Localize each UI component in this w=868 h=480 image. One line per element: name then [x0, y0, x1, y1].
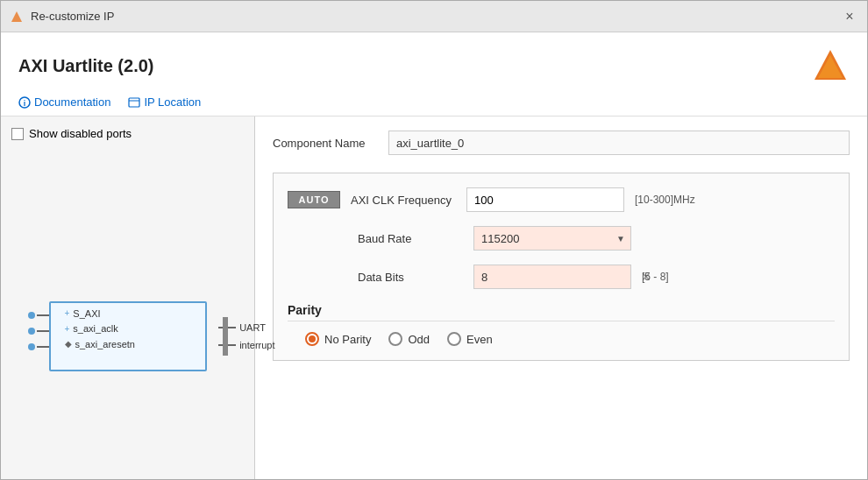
- show-ports-row: Show disabled ports: [11, 127, 244, 140]
- parity-radio-group: No Parity Odd Even: [288, 332, 835, 346]
- nav-links: i Documentation IP Location: [18, 95, 850, 109]
- uart-label: UART: [239, 322, 266, 333]
- port-aclk: + s_axi_aclk: [65, 321, 198, 337]
- odd-radio-outer[interactable]: [388, 332, 402, 346]
- parity-title: Parity: [288, 303, 835, 321]
- title-icon: [10, 10, 24, 24]
- no-parity-radio-outer[interactable]: [305, 332, 319, 346]
- baud-dropdown-arrow-icon: ▼: [611, 234, 630, 244]
- main-content: Show disabled ports: [1, 116, 867, 479]
- odd-label: Odd: [408, 333, 430, 346]
- clk-freq-input[interactable]: [466, 187, 624, 212]
- interrupt-label: interrupt: [239, 340, 274, 350]
- main-window: Re-customize IP × AXI Uartlite (2.0) i D…: [0, 0, 868, 480]
- location-icon: [128, 96, 140, 109]
- baud-rate-select-wrapper[interactable]: 115200 9600 19200 38400 57600 230400 ▼: [473, 226, 631, 251]
- baud-rate-label: Baud Rate: [358, 232, 463, 245]
- clk-freq-row: AUTO AXI CLK Frequency [10-300]MHz: [288, 187, 835, 212]
- documentation-link[interactable]: i Documentation: [18, 95, 110, 109]
- data-bits-row: Data Bits ✕ [5 - 8]: [288, 265, 835, 289]
- clk-freq-label: AXI CLK Frequency: [351, 194, 456, 207]
- show-ports-label: Show disabled ports: [29, 127, 132, 140]
- title-text: Re-customize IP: [31, 10, 114, 23]
- no-parity-radio-inner: [309, 335, 316, 342]
- component-name-label: Component Name: [273, 137, 378, 150]
- parity-section: Parity No Parity: [288, 303, 835, 346]
- ip-block: + S_AXI + s_axi_aclk ◆ s_axi_aresetn: [49, 301, 207, 371]
- data-bits-input[interactable]: [474, 265, 636, 288]
- app-header: AXI Uartlite (2.0): [18, 46, 850, 85]
- parity-no-parity[interactable]: No Parity: [305, 332, 371, 346]
- header-section: AXI Uartlite (2.0) i Documentation: [1, 32, 867, 116]
- baud-rate-row: Baud Rate 115200 9600 19200 38400 57600 …: [288, 226, 835, 251]
- left-panel: Show disabled ports: [1, 116, 255, 479]
- parity-even[interactable]: Even: [447, 332, 493, 346]
- svg-text:i: i: [24, 99, 26, 108]
- no-parity-label: No Parity: [324, 333, 371, 346]
- app-title: AXI Uartlite (2.0): [18, 56, 153, 76]
- auto-badge: AUTO: [288, 191, 340, 208]
- close-button[interactable]: ×: [841, 8, 858, 25]
- baud-rate-select[interactable]: 115200 9600 19200 38400 57600 230400: [474, 227, 611, 250]
- port-aresetn: ◆ s_axi_aresetn: [65, 337, 198, 353]
- show-ports-checkbox[interactable]: [11, 128, 24, 140]
- component-name-input[interactable]: [388, 131, 850, 155]
- form-section: Component Name AUTO AXI CLK Frequency [1…: [273, 131, 850, 361]
- clk-freq-hint: [10-300]MHz: [635, 194, 695, 206]
- even-label: Even: [466, 333, 493, 346]
- data-bits-label: Data Bits: [358, 271, 463, 284]
- component-name-row: Component Name: [273, 131, 850, 155]
- data-bits-hint: [5 - 8]: [642, 271, 669, 283]
- config-box: AUTO AXI CLK Frequency [10-300]MHz Baud …: [273, 173, 850, 361]
- right-panel: Component Name AUTO AXI CLK Frequency [1…: [255, 116, 867, 479]
- ip-location-link[interactable]: IP Location: [128, 95, 201, 109]
- right-connector-bar: [223, 317, 228, 356]
- title-bar-left: Re-customize IP: [10, 10, 114, 24]
- vivado-logo: [811, 46, 850, 85]
- title-bar: Re-customize IP ×: [1, 1, 867, 32]
- port-s-axi: + S_AXI: [65, 307, 198, 322]
- svg-marker-0: [11, 11, 22, 22]
- svg-rect-5: [129, 98, 139, 107]
- info-icon: i: [18, 96, 31, 109]
- parity-odd[interactable]: Odd: [388, 332, 430, 346]
- even-radio-outer[interactable]: [447, 332, 461, 346]
- data-bits-wrapper: ✕: [473, 265, 631, 289]
- block-diagram: + S_AXI + s_axi_aclk ◆ s_axi_aresetn: [11, 168, 244, 469]
